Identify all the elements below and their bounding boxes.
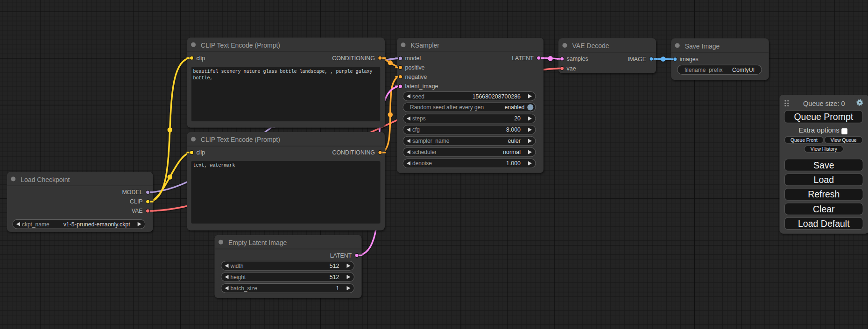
svg-text:euler: euler (508, 138, 521, 144)
svg-text:Empty Latent Image: Empty Latent Image (228, 239, 287, 246)
svg-text:clip: clip (197, 55, 205, 62)
svg-text:156680208700286: 156680208700286 (473, 93, 521, 100)
svg-text:beautiful scenery nature glass: beautiful scenery nature glass bottle la… (193, 69, 373, 74)
svg-text:negative: negative (405, 74, 427, 80)
svg-text:KSampler: KSampler (411, 42, 440, 49)
svg-text:images: images (680, 56, 699, 63)
svg-text:enabled: enabled (505, 104, 525, 111)
svg-text:CLIP Text Encode (Prompt): CLIP Text Encode (Prompt) (201, 136, 280, 143)
svg-text:height: height (231, 274, 246, 280)
svg-text:8.000: 8.000 (506, 126, 521, 133)
svg-text:cfg: cfg (412, 126, 420, 133)
svg-text:seed: seed (412, 93, 424, 100)
svg-text:Queue Front: Queue Front (790, 138, 818, 143)
svg-text:model: model (405, 55, 421, 62)
svg-text:View History: View History (811, 147, 838, 152)
svg-text:Queue size: 0: Queue size: 0 (803, 100, 845, 107)
svg-text:CLIP: CLIP (130, 198, 143, 205)
svg-text:Queue Prompt: Queue Prompt (794, 112, 853, 122)
svg-text:MODEL: MODEL (122, 189, 143, 196)
svg-text:VAE Decode: VAE Decode (572, 42, 609, 49)
svg-text:CONDITIONING: CONDITIONING (332, 149, 375, 156)
svg-text:v1-5-pruned-emaonly.ckpt: v1-5-pruned-emaonly.ckpt (64, 221, 131, 228)
svg-text:IMAGE: IMAGE (628, 56, 646, 63)
svg-text:Save: Save (813, 160, 834, 170)
svg-text:denoise: denoise (412, 160, 432, 167)
svg-text:width: width (230, 263, 244, 269)
svg-text:Load Checkpoint: Load Checkpoint (21, 176, 70, 183)
svg-text:512: 512 (330, 263, 339, 269)
svg-text:Extra options: Extra options (798, 126, 840, 134)
svg-text:View Queue: View Queue (831, 138, 857, 143)
svg-text:filename_prefix: filename_prefix (685, 67, 722, 73)
svg-text:bottle,: bottle, (193, 76, 213, 81)
svg-text:ComfyUI: ComfyUI (732, 67, 755, 73)
svg-text:LATENT: LATENT (512, 55, 534, 62)
svg-text:samples: samples (567, 56, 588, 62)
svg-text:scheduler: scheduler (412, 149, 437, 155)
svg-text:CLIP Text Encode (Prompt): CLIP Text Encode (Prompt) (201, 42, 280, 49)
svg-text:positive: positive (405, 64, 425, 71)
svg-text:text, watermark: text, watermark (193, 163, 235, 168)
svg-text:Save Image: Save Image (685, 42, 720, 50)
svg-text:batch_size: batch_size (231, 285, 258, 292)
svg-text:ckpt_name: ckpt_name (22, 221, 49, 228)
svg-text:512: 512 (330, 274, 339, 280)
svg-text:sampler_name: sampler_name (412, 138, 450, 144)
svg-text:steps: steps (412, 115, 426, 122)
svg-text:1: 1 (336, 285, 339, 292)
svg-text:clip: clip (197, 149, 205, 156)
svg-text:CONDITIONING: CONDITIONING (332, 55, 375, 62)
svg-text:latent_image: latent_image (405, 83, 438, 90)
svg-text:Load: Load (814, 175, 834, 185)
svg-text:20: 20 (514, 115, 521, 122)
svg-text:vae: vae (567, 65, 576, 72)
svg-text:1.000: 1.000 (506, 160, 521, 167)
svg-text:VAE: VAE (132, 208, 143, 214)
svg-text:LATENT: LATENT (330, 252, 352, 259)
svg-text:Random seed after every gen: Random seed after every gen (410, 104, 484, 111)
svg-text:normal: normal (503, 149, 521, 155)
svg-text:Load Default: Load Default (798, 218, 850, 229)
svg-text:Clear: Clear (813, 204, 835, 214)
svg-text:Refresh: Refresh (808, 189, 840, 199)
